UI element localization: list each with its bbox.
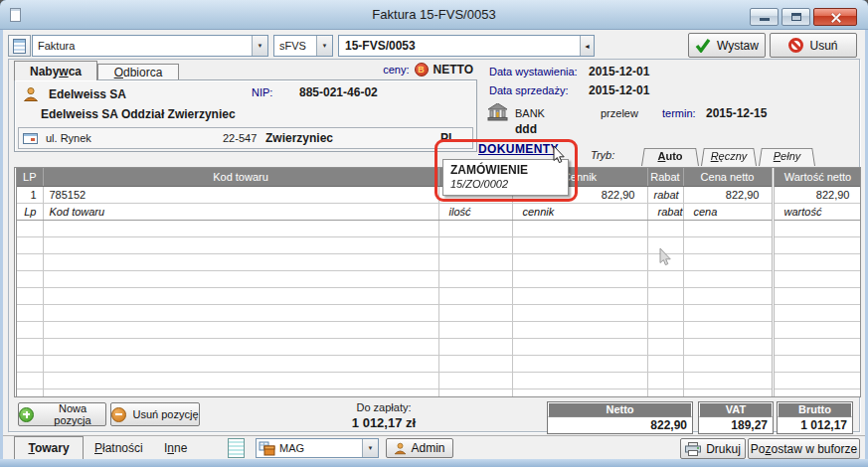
empty-cell[interactable]: [512, 287, 647, 304]
empty-row[interactable]: [17, 270, 861, 287]
empty-cell[interactable]: [43, 253, 438, 270]
empty-cell[interactable]: [647, 372, 683, 389]
titlebar[interactable]: Faktura 15-FVS/0053: [0, 0, 868, 30]
col-kod-towaru[interactable]: Kod towaru: [43, 168, 438, 186]
empty-row[interactable]: [17, 355, 861, 372]
sale-date-value[interactable]: 2015-12-01: [589, 83, 649, 97]
empty-cell[interactable]: [683, 253, 773, 270]
cell-code[interactable]: Kod towaru: [43, 203, 438, 220]
cell-lp[interactable]: Lp: [17, 203, 43, 220]
maximize-button[interactable]: [781, 8, 810, 26]
cell-code[interactable]: 785152: [43, 186, 438, 203]
series-combo[interactable]: sFVS ▼: [273, 35, 333, 57]
empty-cell[interactable]: [17, 236, 43, 253]
tab-odbiorca[interactable]: Odbiorca: [97, 64, 179, 80]
empty-row[interactable]: [17, 372, 861, 389]
empty-cell[interactable]: [43, 338, 438, 355]
empty-row[interactable]: [17, 338, 861, 355]
empty-cell[interactable]: [438, 287, 512, 304]
invoice-number-field[interactable]: 15-FVS/0053 ◄: [338, 35, 595, 57]
empty-cell[interactable]: [683, 236, 773, 253]
tab-towary[interactable]: Towary: [14, 436, 84, 459]
empty-cell[interactable]: [773, 355, 861, 372]
cell-wartosc[interactable]: 822,90: [773, 186, 861, 203]
empty-cell[interactable]: [17, 287, 43, 304]
tab-auto[interactable]: Auto: [641, 146, 699, 166]
empty-cell[interactable]: [17, 253, 43, 270]
tab-platnosci[interactable]: Płatności: [94, 441, 143, 455]
minimize-button[interactable]: [750, 8, 779, 26]
empty-cell[interactable]: [43, 372, 438, 389]
empty-cell[interactable]: [647, 338, 683, 355]
empty-cell[interactable]: [512, 321, 647, 338]
empty-cell[interactable]: [438, 321, 512, 338]
empty-cell[interactable]: [17, 220, 43, 236]
empty-cell[interactable]: [438, 304, 512, 321]
cell-cena[interactable]: cena: [683, 203, 773, 220]
empty-cell[interactable]: [43, 287, 438, 304]
empty-cell[interactable]: [683, 287, 773, 304]
empty-cell[interactable]: [17, 355, 43, 372]
empty-cell[interactable]: [438, 372, 512, 389]
empty-cell[interactable]: [438, 236, 512, 253]
keep-in-buffer-button[interactable]: Pozostaw w buforze: [748, 438, 860, 459]
empty-cell[interactable]: [773, 287, 861, 304]
tab-reczny[interactable]: Ręczny: [701, 146, 757, 166]
empty-row[interactable]: [17, 220, 861, 236]
nav-left-icon[interactable]: ◄: [580, 36, 594, 56]
empty-cell[interactable]: [647, 220, 683, 236]
issue-date-value[interactable]: 2015-12-01: [589, 65, 649, 78]
empty-cell[interactable]: [512, 355, 647, 372]
empty-row[interactable]: [17, 287, 861, 304]
cell-rabat[interactable]: rabat: [647, 186, 683, 203]
chevron-down-icon[interactable]: ▼: [316, 36, 332, 56]
warehouse-combo[interactable]: MAG ▼: [256, 438, 379, 458]
payment-method-value[interactable]: przelew: [601, 107, 638, 119]
empty-cell[interactable]: [683, 355, 773, 372]
empty-row[interactable]: [17, 321, 861, 338]
empty-cell[interactable]: [773, 321, 861, 338]
empty-cell[interactable]: [17, 372, 43, 389]
empty-cell[interactable]: [647, 389, 683, 397]
cell-wartosc[interactable]: wartość: [773, 203, 861, 220]
empty-cell[interactable]: [683, 338, 773, 355]
empty-cell[interactable]: [512, 270, 647, 287]
document-type-combo[interactable]: Faktura ▼: [32, 35, 268, 57]
empty-cell[interactable]: [773, 270, 861, 287]
usun-button[interactable]: Usuń: [770, 33, 857, 58]
empty-cell[interactable]: [43, 304, 438, 321]
empty-cell[interactable]: [683, 270, 773, 287]
empty-row[interactable]: [17, 304, 861, 321]
empty-cell[interactable]: [438, 220, 512, 236]
empty-cell[interactable]: [773, 372, 861, 389]
empty-row[interactable]: [17, 253, 861, 270]
empty-cell[interactable]: [17, 389, 43, 397]
empty-cell[interactable]: [17, 304, 43, 321]
empty-cell[interactable]: [512, 338, 647, 355]
empty-row[interactable]: [17, 236, 861, 253]
empty-cell[interactable]: [512, 304, 647, 321]
notepad-icon[interactable]: [228, 438, 245, 458]
col-cena-netto[interactable]: Cena netto: [683, 168, 773, 186]
empty-cell[interactable]: [773, 338, 861, 355]
empty-cell[interactable]: [683, 389, 773, 397]
tab-nabywca[interactable]: Nabywca: [14, 61, 97, 80]
term-date-value[interactable]: 2015-12-15: [706, 106, 767, 120]
empty-cell[interactable]: [43, 389, 438, 397]
buyer-name[interactable]: Edelweiss SA: [49, 87, 126, 101]
empty-cell[interactable]: [43, 321, 438, 338]
tab-pelny[interactable]: Pełny: [759, 146, 815, 166]
buyer-address-field[interactable]: ul. Rynek 22-547 Zwierzyniec PL: [18, 127, 473, 149]
empty-row[interactable]: [17, 389, 861, 397]
empty-cell[interactable]: [683, 304, 773, 321]
col-wartosc-netto[interactable]: Wartość netto: [773, 168, 861, 186]
delete-item-button[interactable]: Usuń pozycję: [110, 402, 200, 426]
empty-cell[interactable]: [683, 220, 773, 236]
chevron-down-icon[interactable]: ▼: [362, 439, 378, 457]
empty-cell[interactable]: [17, 321, 43, 338]
empty-cell[interactable]: [17, 270, 43, 287]
empty-cell[interactable]: [773, 304, 861, 321]
cell-lp[interactable]: 1: [17, 186, 43, 203]
empty-cell[interactable]: [43, 220, 438, 236]
print-button[interactable]: Drukuj: [680, 438, 746, 459]
